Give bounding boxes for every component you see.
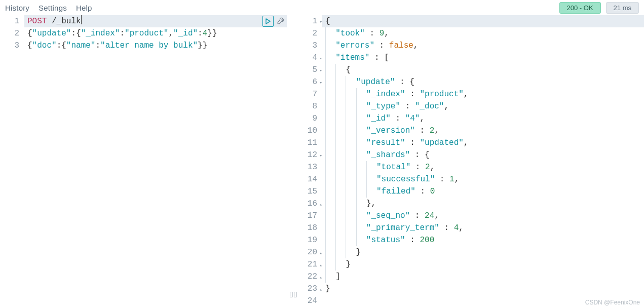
wrench-icon[interactable] xyxy=(277,16,286,27)
status-badge: 200 - OK xyxy=(559,2,601,14)
menu-help[interactable]: Help xyxy=(76,4,92,12)
request-actions xyxy=(259,15,289,27)
menu-settings[interactable]: Settings xyxy=(39,4,67,12)
workspace: 123 POST /_bulk{"update":{"_index":"prod… xyxy=(0,15,644,308)
request-editor[interactable]: 123 POST /_bulk{"update":{"_index":"prod… xyxy=(0,15,289,308)
main-menu: History Settings Help xyxy=(5,4,92,12)
splitter-handle-icon: ▯▯ xyxy=(289,290,297,298)
pane-splitter[interactable]: ▯▯ xyxy=(289,15,298,308)
response-pane: 1▾234▾5▾6▾789101112▾13141516▴17181920▴21… xyxy=(298,15,644,308)
response-gutter: 1▾234▾5▾6▾789101112▾13141516▴17181920▴21… xyxy=(298,15,322,308)
run-button[interactable] xyxy=(262,16,274,27)
menu-history[interactable]: History xyxy=(5,4,29,12)
top-bar: History Settings Help 200 - OK 21 ms xyxy=(0,0,644,15)
response-code: { "took" : 9, "errors" : false, "items" … xyxy=(322,15,644,308)
status-group: 200 - OK 21 ms xyxy=(559,2,639,14)
request-code[interactable]: POST /_bulk{"update":{"_index":"product"… xyxy=(24,15,289,308)
watermark: CSDN @FeenixOne xyxy=(585,299,640,306)
response-editor[interactable]: 1▾234▾5▾6▾789101112▾13141516▴17181920▴21… xyxy=(298,15,644,308)
play-icon xyxy=(266,18,271,24)
timing-badge: 21 ms xyxy=(606,2,639,14)
request-pane: 123 POST /_bulk{"update":{"_index":"prod… xyxy=(0,15,289,308)
request-gutter: 123 xyxy=(0,15,24,308)
